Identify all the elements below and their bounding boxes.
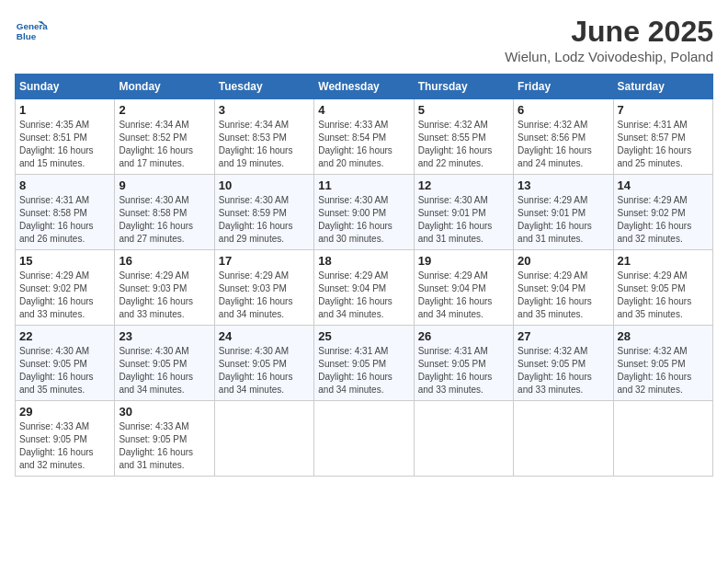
calendar-table: SundayMondayTuesdayWednesdayThursdayFrid…: [15, 74, 713, 477]
calendar-cell: 6 Sunrise: 4:32 AMSunset: 8:56 PMDayligh…: [514, 99, 613, 175]
title-block: June 2025 Wielun, Lodz Voivodeship, Pola…: [505, 15, 713, 64]
calendar-cell: 4 Sunrise: 4:33 AMSunset: 8:54 PMDayligh…: [314, 99, 414, 175]
day-number: 26: [418, 329, 509, 343]
day-detail: Sunrise: 4:33 AMSunset: 9:05 PMDaylight:…: [19, 421, 94, 470]
day-detail: Sunrise: 4:34 AMSunset: 8:52 PMDaylight:…: [119, 120, 193, 168]
calendar-cell: 15 Sunrise: 4:29 AMSunset: 9:02 PMDaylig…: [16, 250, 115, 326]
weekday-header-saturday: Saturday: [613, 75, 712, 99]
calendar-cell: 19 Sunrise: 4:29 AMSunset: 9:04 PMDaylig…: [414, 250, 513, 326]
day-number: 17: [219, 254, 310, 268]
calendar-cell: 7 Sunrise: 4:31 AMSunset: 8:57 PMDayligh…: [613, 99, 712, 175]
day-detail: Sunrise: 4:30 AMSunset: 9:00 PMDaylight:…: [318, 195, 392, 244]
calendar-cell: 20 Sunrise: 4:29 AMSunset: 9:04 PMDaylig…: [514, 250, 613, 326]
day-number: 30: [119, 405, 210, 419]
day-detail: Sunrise: 4:31 AMSunset: 9:05 PMDaylight:…: [318, 346, 392, 395]
calendar-cell: 11 Sunrise: 4:30 AMSunset: 9:00 PMDaylig…: [314, 175, 414, 250]
calendar-cell: 30 Sunrise: 4:33 AMSunset: 9:05 PMDaylig…: [115, 401, 214, 477]
day-number: 5: [418, 103, 509, 117]
day-number: 23: [119, 329, 210, 343]
calendar-cell: 3 Sunrise: 4:34 AMSunset: 8:53 PMDayligh…: [214, 99, 313, 175]
day-detail: Sunrise: 4:29 AMSunset: 9:03 PMDaylight:…: [219, 270, 293, 319]
calendar-cell: 2 Sunrise: 4:34 AMSunset: 8:52 PMDayligh…: [115, 99, 214, 175]
day-detail: Sunrise: 4:29 AMSunset: 9:02 PMDaylight:…: [19, 270, 94, 319]
calendar-subtitle: Wielun, Lodz Voivodeship, Poland: [505, 49, 713, 64]
day-detail: Sunrise: 4:30 AMSunset: 9:01 PMDaylight:…: [418, 195, 493, 244]
calendar-cell: 10 Sunrise: 4:30 AMSunset: 8:59 PMDaylig…: [214, 175, 313, 250]
day-number: 10: [219, 178, 310, 192]
day-detail: Sunrise: 4:29 AMSunset: 9:04 PMDaylight:…: [518, 270, 592, 319]
calendar-cell: 23 Sunrise: 4:30 AMSunset: 9:05 PMDaylig…: [115, 326, 214, 401]
day-number: 13: [518, 178, 609, 192]
calendar-week-row: 22 Sunrise: 4:30 AMSunset: 9:05 PMDaylig…: [16, 326, 713, 401]
day-number: 28: [618, 329, 709, 343]
day-detail: Sunrise: 4:29 AMSunset: 9:04 PMDaylight:…: [318, 270, 392, 319]
weekday-header-friday: Friday: [514, 75, 613, 99]
calendar-cell: 9 Sunrise: 4:30 AMSunset: 8:58 PMDayligh…: [115, 175, 214, 250]
day-detail: Sunrise: 4:29 AMSunset: 9:01 PMDaylight:…: [518, 195, 592, 244]
day-detail: Sunrise: 4:31 AMSunset: 8:57 PMDaylight:…: [618, 120, 692, 168]
day-number: 18: [318, 254, 409, 268]
calendar-week-row: 1 Sunrise: 4:35 AMSunset: 8:51 PMDayligh…: [16, 99, 713, 175]
day-number: 3: [219, 103, 310, 117]
day-number: 7: [618, 103, 709, 117]
calendar-cell: 21 Sunrise: 4:29 AMSunset: 9:05 PMDaylig…: [613, 250, 712, 326]
calendar-cell: [314, 401, 414, 477]
day-number: 9: [119, 178, 210, 192]
weekday-header-thursday: Thursday: [414, 75, 513, 99]
calendar-cell: 13 Sunrise: 4:29 AMSunset: 9:01 PMDaylig…: [514, 175, 613, 250]
calendar-cell: 12 Sunrise: 4:30 AMSunset: 9:01 PMDaylig…: [414, 175, 513, 250]
day-number: 22: [19, 329, 110, 343]
day-detail: Sunrise: 4:29 AMSunset: 9:04 PMDaylight:…: [418, 270, 493, 319]
day-detail: Sunrise: 4:35 AMSunset: 8:51 PMDaylight:…: [19, 120, 94, 168]
calendar-cell: 24 Sunrise: 4:30 AMSunset: 9:05 PMDaylig…: [214, 326, 313, 401]
day-detail: Sunrise: 4:31 AMSunset: 8:58 PMDaylight:…: [19, 195, 94, 244]
weekday-header-row: SundayMondayTuesdayWednesdayThursdayFrid…: [16, 75, 713, 99]
day-detail: Sunrise: 4:29 AMSunset: 9:05 PMDaylight:…: [618, 270, 692, 319]
day-number: 29: [19, 405, 110, 419]
calendar-cell: 28 Sunrise: 4:32 AMSunset: 9:05 PMDaylig…: [613, 326, 712, 401]
calendar-cell: 5 Sunrise: 4:32 AMSunset: 8:55 PMDayligh…: [414, 99, 513, 175]
calendar-cell: [613, 401, 712, 477]
day-number: 16: [119, 254, 210, 268]
calendar-week-row: 29 Sunrise: 4:33 AMSunset: 9:05 PMDaylig…: [16, 401, 713, 477]
day-number: 2: [119, 103, 210, 117]
day-number: 1: [19, 103, 110, 117]
day-detail: Sunrise: 4:30 AMSunset: 8:59 PMDaylight:…: [219, 195, 293, 244]
calendar-cell: [414, 401, 513, 477]
day-number: 21: [618, 254, 709, 268]
day-detail: Sunrise: 4:31 AMSunset: 9:05 PMDaylight:…: [418, 346, 493, 395]
weekday-header-wednesday: Wednesday: [314, 75, 414, 99]
day-number: 24: [219, 329, 310, 343]
weekday-header-monday: Monday: [115, 75, 214, 99]
day-detail: Sunrise: 4:30 AMSunset: 8:58 PMDaylight:…: [119, 195, 193, 244]
calendar-cell: 16 Sunrise: 4:29 AMSunset: 9:03 PMDaylig…: [115, 250, 214, 326]
calendar-title: June 2025: [505, 15, 713, 49]
day-number: 19: [418, 254, 509, 268]
svg-text:Blue: Blue: [17, 31, 37, 41]
day-detail: Sunrise: 4:33 AMSunset: 8:54 PMDaylight:…: [318, 120, 392, 168]
day-number: 25: [318, 329, 409, 343]
calendar-cell: 14 Sunrise: 4:29 AMSunset: 9:02 PMDaylig…: [613, 175, 712, 250]
calendar-cell: [514, 401, 613, 477]
calendar-cell: 17 Sunrise: 4:29 AMSunset: 9:03 PMDaylig…: [214, 250, 313, 326]
calendar-cell: 8 Sunrise: 4:31 AMSunset: 8:58 PMDayligh…: [16, 175, 115, 250]
day-detail: Sunrise: 4:30 AMSunset: 9:05 PMDaylight:…: [19, 346, 94, 395]
calendar-cell: 1 Sunrise: 4:35 AMSunset: 8:51 PMDayligh…: [16, 99, 115, 175]
day-number: 12: [418, 178, 509, 192]
logo-icon: General Blue: [15, 15, 48, 48]
calendar-cell: 22 Sunrise: 4:30 AMSunset: 9:05 PMDaylig…: [16, 326, 115, 401]
day-number: 15: [19, 254, 110, 268]
logo: General Blue: [15, 15, 48, 48]
day-detail: Sunrise: 4:34 AMSunset: 8:53 PMDaylight:…: [219, 120, 293, 168]
weekday-header-tuesday: Tuesday: [214, 75, 313, 99]
day-detail: Sunrise: 4:30 AMSunset: 9:05 PMDaylight:…: [119, 346, 193, 395]
day-number: 14: [618, 178, 709, 192]
day-detail: Sunrise: 4:33 AMSunset: 9:05 PMDaylight:…: [119, 421, 193, 470]
day-number: 6: [518, 103, 609, 117]
day-detail: Sunrise: 4:29 AMSunset: 9:02 PMDaylight:…: [618, 195, 692, 244]
day-detail: Sunrise: 4:32 AMSunset: 8:55 PMDaylight:…: [418, 120, 493, 168]
calendar-cell: [214, 401, 313, 477]
day-detail: Sunrise: 4:32 AMSunset: 9:05 PMDaylight:…: [618, 346, 692, 395]
calendar-week-row: 15 Sunrise: 4:29 AMSunset: 9:02 PMDaylig…: [16, 250, 713, 326]
calendar-cell: 26 Sunrise: 4:31 AMSunset: 9:05 PMDaylig…: [414, 326, 513, 401]
